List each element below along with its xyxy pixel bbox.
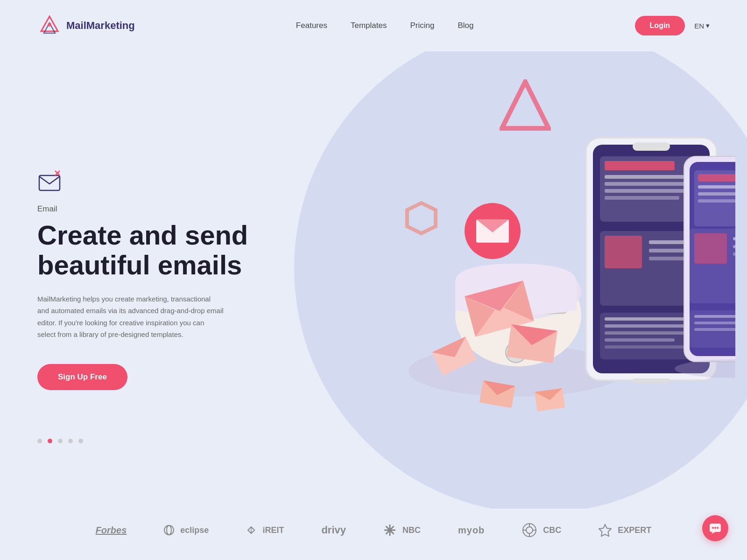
nav-features[interactable]: Features [296, 21, 327, 30]
svg-rect-64 [694, 315, 735, 318]
brands-bar: Forbes eclipse iREIT drivy NBC [0, 509, 747, 552]
nav-pricing[interactable]: Pricing [410, 21, 434, 30]
svg-point-89 [717, 527, 719, 529]
svg-line-79 [386, 532, 388, 534]
svg-rect-39 [605, 196, 679, 200]
svg-rect-54 [698, 174, 735, 182]
svg-point-87 [712, 527, 714, 529]
svg-marker-5 [407, 203, 436, 233]
triangle-decoration [500, 79, 551, 133]
svg-rect-32 [633, 142, 670, 151]
svg-rect-66 [694, 328, 735, 331]
svg-point-69 [167, 525, 171, 535]
hero-title: Create and send beautiful emails [37, 220, 261, 280]
svg-rect-38 [605, 189, 693, 193]
hero-section: Email Create and send beautiful emails M… [0, 51, 747, 509]
logo-text: MailMarketing [66, 20, 135, 32]
logo-icon [37, 13, 62, 39]
chat-button[interactable] [702, 515, 728, 541]
svg-rect-47 [605, 324, 689, 328]
svg-marker-4 [502, 82, 549, 128]
dot-3[interactable] [58, 439, 63, 443]
svg-point-81 [526, 527, 533, 533]
brand-expert: EXPERT [599, 524, 651, 537]
dot-2[interactable] [48, 439, 52, 443]
svg-point-88 [714, 527, 716, 529]
hexagon-decoration [404, 201, 439, 238]
dot-1[interactable] [37, 439, 42, 443]
dot-4[interactable] [68, 439, 73, 443]
svg-rect-59 [694, 233, 727, 264]
brand-cbc: CBC [522, 523, 561, 538]
login-button[interactable]: Login [635, 16, 685, 35]
svg-rect-33 [633, 378, 670, 383]
svg-line-76 [386, 526, 388, 529]
main-nav: Features Templates Pricing Blog [296, 21, 474, 30]
svg-point-68 [164, 525, 174, 535]
hero-description: MailMarketing helps you create marketing… [37, 293, 224, 341]
svg-rect-35 [605, 161, 675, 170]
lang-text: EN [694, 22, 704, 30]
email-icon [37, 170, 261, 196]
svg-rect-49 [605, 338, 675, 342]
svg-rect-62 [733, 252, 735, 256]
hero-dots [37, 439, 83, 443]
svg-rect-65 [694, 322, 735, 324]
svg-point-3 [48, 23, 51, 27]
chat-icon [709, 522, 722, 535]
signup-button[interactable]: Sign Up Free [37, 364, 127, 390]
brand-ireit: iREIT [246, 525, 284, 535]
hero-label: Email [37, 204, 261, 214]
svg-rect-37 [605, 182, 689, 186]
hero-content: Email Create and send beautiful emails M… [37, 170, 261, 390]
brand-forbes: Forbes [96, 525, 127, 536]
svg-line-78 [391, 526, 394, 529]
svg-rect-6 [39, 175, 60, 190]
svg-line-77 [391, 532, 394, 534]
brand-myob: myob [458, 525, 485, 536]
header: MailMarketing Features Templates Pricing… [0, 0, 747, 51]
svg-rect-60 [733, 237, 735, 240]
logo[interactable]: MailMarketing [37, 13, 135, 39]
nav-blog[interactable]: Blog [458, 21, 473, 30]
svg-rect-57 [698, 199, 735, 203]
svg-rect-55 [698, 185, 735, 189]
nav-templates[interactable]: Templates [351, 21, 387, 30]
svg-rect-61 [733, 245, 735, 248]
dot-5[interactable] [78, 439, 83, 443]
svg-rect-48 [605, 331, 693, 335]
svg-rect-56 [698, 192, 735, 196]
header-right: Login EN ▾ [635, 16, 710, 35]
svg-rect-50 [605, 345, 684, 349]
language-selector[interactable]: EN ▾ [694, 21, 710, 30]
svg-rect-41 [605, 236, 642, 268]
brand-eclipse: eclipse [164, 525, 209, 535]
brand-drivy: drivy [321, 524, 346, 536]
brand-nbc: NBC [383, 524, 421, 537]
chevron-down-icon: ▾ [706, 21, 710, 30]
